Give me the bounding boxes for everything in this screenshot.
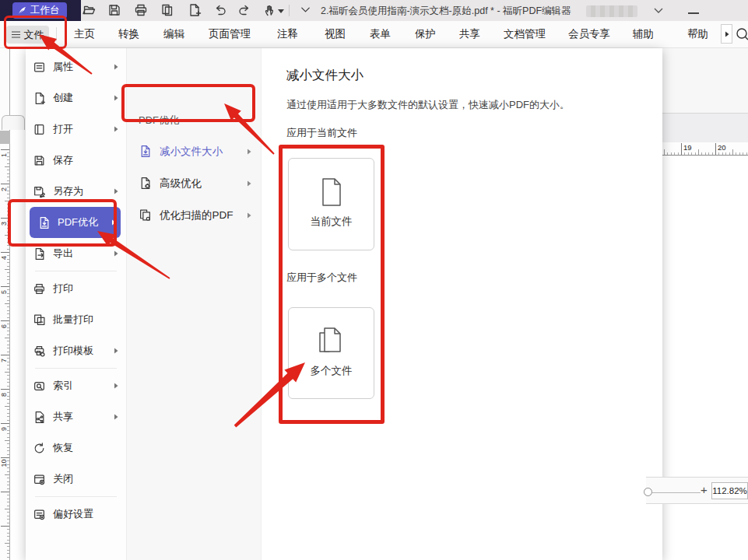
file-menu-item-label: 打印模板	[53, 344, 93, 358]
submenu-item-optimize-scanned-pdf[interactable]: 优化扫描的PDF	[127, 199, 261, 231]
menu-tab-accessibility[interactable]: 辅助	[633, 27, 654, 41]
titlebar: 工作台 2.福昕会员使用指南-演示文档-原始.pdf * - 福昕PDF编辑器	[0, 0, 748, 21]
ruler-number: 7	[0, 355, 9, 366]
multiple-files-card-label: 多个文件	[311, 364, 353, 378]
submenu-arrow-icon	[247, 149, 251, 155]
file-menu-item-share[interactable]: 共享	[26, 401, 126, 432]
save-icon[interactable]	[107, 3, 121, 17]
titlebar-dark-corner: 工作台	[0, 0, 81, 21]
open-file-icon[interactable]	[82, 3, 96, 17]
save-as-icon	[33, 185, 46, 198]
optimize-scanned-pdf-icon	[139, 208, 152, 222]
undo-icon[interactable]	[213, 3, 227, 17]
menu-tab-page-management[interactable]: 页面管理	[209, 27, 251, 41]
hand-tool-icon[interactable]	[263, 3, 277, 17]
document-bottom-right	[662, 504, 748, 560]
zoom-slider-handle[interactable]	[644, 488, 652, 496]
file-menu-item-label: 打印	[53, 282, 73, 296]
batch-print-icon	[33, 313, 46, 327]
ruler-number: 19	[683, 143, 692, 152]
file-menu-overlay: 属性 创建 打开 保存	[26, 48, 662, 560]
file-menu-item-save[interactable]: 保存	[26, 145, 126, 176]
file-menu-item-label: 属性	[53, 60, 73, 74]
menu-tab-member-exclusive[interactable]: 会员专享	[568, 27, 610, 41]
menu-file-button[interactable]: 文件	[6, 26, 49, 44]
multiple-files-card[interactable]: 多个文件	[288, 307, 374, 399]
file-menu-item-create[interactable]: 创建	[26, 82, 126, 114]
file-menu-item-index[interactable]: 索引	[26, 370, 126, 401]
file-menu-item-save-as[interactable]: 另存为	[26, 176, 126, 207]
file-menu-item-properties[interactable]: 属性	[26, 51, 126, 82]
zoom-in-button[interactable]: +	[701, 483, 708, 496]
menu-tab-view[interactable]: 视图	[325, 27, 346, 41]
file-menu-item-label: PDF优化	[58, 215, 98, 229]
file-menu-item-print-template[interactable]: 打印模板	[26, 335, 126, 366]
file-menu-item-close[interactable]: 关闭	[26, 464, 126, 495]
file-menu-item-batch-print[interactable]: 批量打印	[26, 304, 126, 335]
file-menu-item-label: 另存为	[53, 184, 83, 198]
submenu-arrow-icon	[111, 219, 116, 226]
menu-tab-document-management[interactable]: 文档管理	[504, 27, 546, 41]
ruler-number: 1	[0, 150, 9, 161]
reduce-file-size-icon	[139, 145, 152, 158]
file-menu-item-label: 打开	[53, 122, 73, 136]
menu-file-label: 文件	[24, 28, 44, 42]
menubar: 文件 主页 转换 编辑 页面管理 注释 视图 表单 保护 共享 文档管理 会员专…	[0, 21, 748, 48]
hamburger-icon	[12, 31, 20, 38]
workspace-label: 工作台	[30, 4, 60, 17]
collapse-toolbar-icon[interactable]	[299, 3, 312, 16]
menu-tab-share[interactable]: 共享	[459, 27, 480, 41]
menu-tab-home[interactable]: 主页	[74, 27, 95, 41]
file-menu-item-open[interactable]: 打开	[26, 114, 126, 145]
reduce-file-size-content: 减小文件大小 通过使用适用于大多数文件的默认设置，快速减小PDF的大小。 应用于…	[262, 48, 662, 560]
zoom-level-input[interactable]: 112.82%	[711, 482, 748, 499]
save-icon	[33, 154, 46, 167]
menu-tab-convert[interactable]: 转换	[118, 27, 139, 41]
hand-tool-dropdown-icon[interactable]	[278, 9, 284, 13]
redacted-user-name	[586, 5, 637, 17]
file-menu-item-pdf-optimize[interactable]: PDF优化	[30, 207, 121, 238]
redo-icon[interactable]	[237, 3, 251, 17]
new-page-icon[interactable]	[188, 3, 202, 17]
menubar-divider	[56, 27, 57, 41]
document-title: 2.福昕会员使用指南-演示文档-原始.pdf * - 福昕PDF编辑器	[321, 5, 571, 18]
print-icon	[33, 282, 46, 296]
share-icon	[33, 411, 46, 424]
close-file-icon	[33, 473, 46, 486]
open-icon	[33, 123, 46, 136]
print-icon[interactable]	[134, 3, 148, 17]
minimize-button[interactable]	[688, 12, 699, 14]
ruler-number: 2	[0, 184, 9, 195]
file-menu-item-label: 批量打印	[53, 313, 93, 327]
menu-tab-edit[interactable]: 编辑	[163, 27, 184, 41]
file-menu-item-preferences[interactable]: 偏好设置	[26, 499, 126, 530]
file-menu-item-recover[interactable]: 恢复	[26, 432, 126, 464]
search-icon[interactable]	[734, 26, 748, 43]
copy-page-icon[interactable]	[160, 3, 174, 17]
export-icon	[33, 247, 46, 261]
menu-tab-help[interactable]: 帮助	[687, 27, 708, 41]
foxit-pdf-editor-window: 工作台 2.福昕会员使用指南-演示文档-原始.pdf * - 福昕PDF编辑器 …	[0, 0, 748, 560]
titlebar-chevron-icon[interactable]	[654, 8, 663, 14]
statusbar: + 112.82%	[646, 477, 748, 504]
submenu-item-advanced-optimization[interactable]: 高级优化	[127, 167, 261, 199]
preferences-icon	[33, 508, 46, 521]
file-menu-item-label: 偏好设置	[53, 507, 93, 521]
workspace-button[interactable]: 工作台	[12, 2, 67, 19]
ruler-number: 8	[0, 390, 9, 401]
current-file-card[interactable]: 当前文件	[288, 158, 374, 250]
zoom-slider-track[interactable]	[652, 492, 701, 493]
menubar-overflow-button[interactable]	[721, 24, 732, 44]
submenu-item-label: 减小文件大小	[160, 145, 223, 159]
properties-icon	[33, 61, 46, 74]
menu-tab-protect[interactable]: 保护	[415, 27, 436, 41]
menu-tab-comment[interactable]: 注释	[277, 27, 298, 41]
submenu-item-reduce-file-size[interactable]: 减小文件大小	[127, 135, 261, 167]
current-file-card-label: 当前文件	[311, 215, 353, 229]
menu-tab-form[interactable]: 表单	[370, 27, 391, 41]
submenu-arrow-icon	[114, 414, 118, 420]
file-menu-item-export[interactable]: 导出	[26, 238, 126, 269]
file-menu-item-print[interactable]: 打印	[26, 273, 126, 304]
file-menu-item-label: 索引	[53, 379, 73, 393]
file-menu-item-label: 关闭	[53, 472, 73, 486]
